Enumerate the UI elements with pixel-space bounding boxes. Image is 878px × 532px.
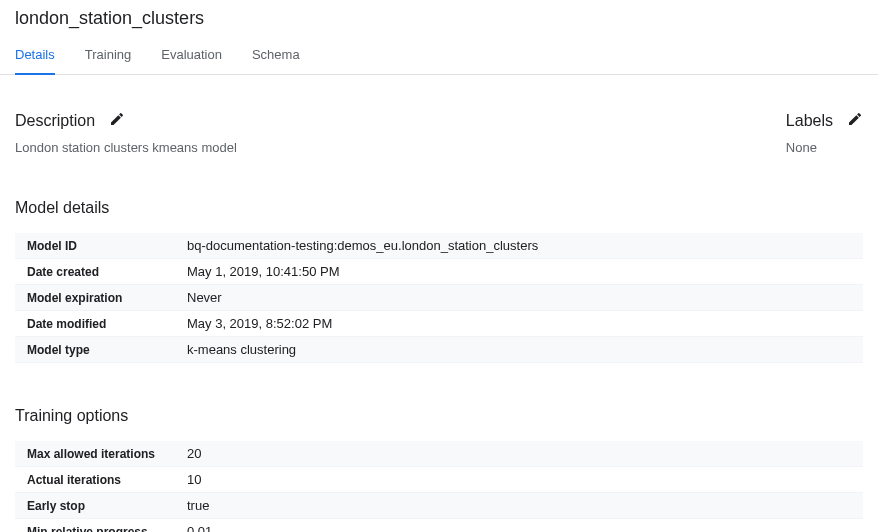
pencil-icon[interactable]: [847, 111, 863, 130]
detail-val: 0.01: [187, 519, 212, 532]
detail-key: Model ID: [15, 234, 187, 258]
table-row: Model expiration Never: [15, 285, 863, 311]
detail-val: k-means clustering: [187, 337, 296, 362]
table-row: Date created May 1, 2019, 10:41:50 PM: [15, 259, 863, 285]
tab-details[interactable]: Details: [15, 37, 55, 74]
table-row: Early stop true: [15, 493, 863, 519]
meta-row: Description London station clusters kmea…: [15, 111, 863, 155]
detail-val: May 3, 2019, 8:52:02 PM: [187, 311, 332, 336]
detail-val: bq-documentation-testing:demos_eu.london…: [187, 233, 538, 258]
detail-key: Min relative progress: [15, 520, 187, 533]
description-label: Description: [15, 112, 95, 130]
labels-block: Labels None: [786, 111, 863, 155]
labels-value: None: [786, 140, 863, 155]
description-block: Description London station clusters kmea…: [15, 111, 237, 155]
detail-key: Actual iterations: [15, 468, 187, 492]
tab-evaluation[interactable]: Evaluation: [161, 37, 222, 74]
detail-key: Model type: [15, 338, 187, 362]
training-options-table: Max allowed iterations 20 Actual iterati…: [15, 441, 863, 532]
table-row: Model type k-means clustering: [15, 337, 863, 363]
detail-val: 20: [187, 441, 201, 466]
content-area: Description London station clusters kmea…: [0, 111, 878, 532]
detail-key: Max allowed iterations: [15, 442, 187, 466]
labels-label: Labels: [786, 112, 833, 130]
table-row: Min relative progress 0.01: [15, 519, 863, 532]
detail-key: Date created: [15, 260, 187, 284]
model-details-title: Model details: [15, 199, 863, 217]
table-row: Date modified May 3, 2019, 8:52:02 PM: [15, 311, 863, 337]
detail-val: 10: [187, 467, 201, 492]
page-title: london_station_clusters: [15, 8, 863, 29]
detail-val: May 1, 2019, 10:41:50 PM: [187, 259, 339, 284]
detail-key: Early stop: [15, 494, 187, 518]
detail-val: true: [187, 493, 209, 518]
tab-training[interactable]: Training: [85, 37, 131, 74]
page-header: london_station_clusters: [0, 0, 878, 37]
table-row: Actual iterations 10: [15, 467, 863, 493]
pencil-icon[interactable]: [109, 111, 125, 130]
detail-val: Never: [187, 285, 222, 310]
tab-schema[interactable]: Schema: [252, 37, 300, 74]
table-row: Model ID bq-documentation-testing:demos_…: [15, 233, 863, 259]
detail-key: Model expiration: [15, 286, 187, 310]
detail-key: Date modified: [15, 312, 187, 336]
training-options-title: Training options: [15, 407, 863, 425]
tabs-bar: Details Training Evaluation Schema: [0, 37, 878, 75]
description-value: London station clusters kmeans model: [15, 140, 237, 155]
table-row: Max allowed iterations 20: [15, 441, 863, 467]
model-details-table: Model ID bq-documentation-testing:demos_…: [15, 233, 863, 363]
